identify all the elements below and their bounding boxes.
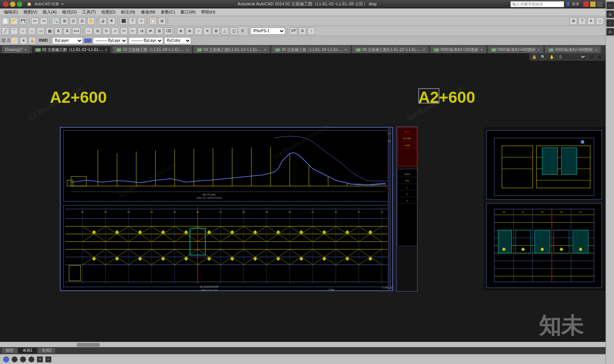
rotate-btn[interactable]: ↻ — [102, 27, 110, 35]
mirror-btn[interactable]: ⇌ — [147, 27, 154, 35]
drawing1-tab[interactable]: Drawing1* ✕ — [2, 46, 31, 53]
osnap-icon[interactable]: ⊕ — [37, 356, 43, 362]
doc-tab-rwd1-close[interactable]: ✕ — [480, 48, 483, 52]
pan-btn[interactable]: ✋ — [87, 17, 95, 25]
doc-tab-03-close[interactable]: ✕ — [186, 48, 189, 52]
profile-dropdown-label[interactable]: AutoCAD 经典 — [35, 2, 59, 7]
extend-btn[interactable]: ⊢ — [129, 27, 137, 35]
doc-tab-04[interactable]: 10 04 立面施工图(L1-EL-12~L1-EL-... ✕ — [193, 46, 271, 53]
snap3-btn[interactable]: ○ — [195, 27, 202, 35]
copy-btn[interactable]: ⧉ — [94, 27, 101, 35]
dim-btn[interactable]: ⟺ — [72, 27, 81, 35]
layout1-tab[interactable]: 布局1 — [18, 348, 37, 354]
snap6-btn[interactable]: △ — [221, 27, 229, 35]
doc-tab-rwd2[interactable]: 10 RWD标准A2+600图框 ✕ — [487, 46, 544, 53]
menu-tools[interactable]: 工具(T) — [80, 9, 98, 15]
arc-btn[interactable]: ⌓ — [28, 27, 36, 35]
vp-nav-btn[interactable]: ▶ — [596, 53, 604, 61]
menu-params[interactable]: 参数(C) — [158, 9, 177, 15]
doc-tab-02[interactable]: 10 02 立面施工图（L1-EL-01~L1-EL-... ✕ — [31, 46, 111, 53]
restore-btn[interactable] — [590, 2, 596, 7]
update-scale-btn[interactable]: ↑ — [307, 27, 315, 35]
profile-dropdown-arrow[interactable]: ▼ — [61, 2, 64, 6]
zoom-window-btn[interactable]: ⊡ — [69, 17, 77, 25]
doc-tab-rwd2-close[interactable]: ✕ — [537, 48, 540, 52]
drawing1-close[interactable]: ✕ — [24, 48, 27, 52]
snap4-btn[interactable]: ✕ — [203, 27, 211, 35]
doc-tab-03[interactable]: 10 03 立面施工图（L1-EL-09~L1-EL-... ✕ — [112, 46, 192, 53]
zoom-pan-btn[interactable]: 🔍 — [52, 17, 59, 25]
scale-btn[interactable]: ⤢ — [111, 27, 119, 35]
help-toolbar-btn[interactable]: ? — [578, 17, 586, 25]
zoom-extents-btn[interactable]: ⊞ — [61, 17, 68, 25]
mtext-btn[interactable]: A — [63, 27, 71, 35]
ortho-indicator[interactable] — [20, 356, 26, 362]
menu-annotate[interactable]: 标注(N) — [119, 9, 137, 15]
vp-btn-4[interactable]: ⚙ — [606, 28, 614, 36]
linetype-select[interactable]: ——— ByLayer — [93, 37, 127, 44]
lineweight-select[interactable]: ——— ByLayer — [129, 37, 163, 44]
close-window-btn[interactable] — [583, 2, 589, 7]
array-btn[interactable]: ⊞ — [155, 27, 163, 35]
color-swatch[interactable] — [84, 38, 92, 43]
workspace-btn[interactable]: ⚙ — [569, 17, 577, 25]
save-btn[interactable]: 💾 — [19, 17, 27, 25]
scrollbar-thumb[interactable] — [77, 343, 100, 347]
move-btn[interactable]: ↔ — [85, 27, 92, 35]
doc-tab-02-close[interactable]: ✕ — [105, 48, 108, 52]
layer-lock-btn[interactable]: 🔓 — [28, 37, 36, 44]
layer-toggle-btn[interactable]: ⚡ — [11, 37, 18, 44]
new-file-btn[interactable]: 📄 — [2, 17, 9, 25]
anno-vis-btn[interactable]: A — [299, 27, 306, 35]
doc-tab-05[interactable]: 10 05 立面施工图（L1-EL-19~L1-EL-... ✕ — [271, 46, 351, 53]
offset-btn[interactable]: ⇉ — [138, 27, 145, 35]
menu-help[interactable]: 帮助(H) — [199, 9, 218, 15]
horizontal-scrollbar[interactable] — [0, 342, 606, 347]
vp-scale-select[interactable]: 0 — [557, 53, 586, 60]
polar-indicator[interactable] — [28, 356, 35, 362]
erase-btn[interactable]: ⌫ — [164, 27, 173, 35]
snap-btn[interactable]: ⊕ — [177, 27, 185, 35]
restore-btn-tr[interactable]: □ — [596, 17, 604, 25]
hatch-btn[interactable]: ▦ — [46, 27, 53, 35]
match-prop-btn[interactable]: ⬛ — [120, 17, 127, 25]
doc-tab-06-close[interactable]: ✕ — [423, 48, 426, 52]
search-input[interactable] — [510, 1, 564, 7]
maximize-btn[interactable] — [17, 2, 22, 7]
rect-btn[interactable]: ▭ — [37, 27, 45, 35]
menu-view[interactable]: 视图(V) — [21, 9, 40, 15]
layout2-tab[interactable]: 布局2 — [38, 348, 56, 354]
drawing-area[interactable]: 知末网www.znzmo.com 知末网www.znzmo.com 知末网www… — [0, 61, 614, 347]
snap-indicator[interactable] — [3, 356, 9, 362]
menu-edit[interactable]: 编辑(E) — [2, 9, 20, 15]
vp-btn-1[interactable]: □ — [606, 2, 614, 9]
menu-modify[interactable]: 修改(M) — [139, 9, 158, 15]
layer-mgr-btn[interactable]: ⊞ — [158, 17, 166, 25]
vp-zoom-btn[interactable]: 🔍 — [539, 53, 547, 61]
preview-btn[interactable]: 👁 — [108, 17, 116, 25]
zoom-prev-btn[interactable]: ⊟ — [78, 17, 86, 25]
vp-config-btn[interactable]: ⚙ — [588, 53, 595, 61]
minimize-btn[interactable] — [10, 2, 15, 7]
vp-pan-btn[interactable]: ✋ — [548, 53, 556, 61]
quickcalc-btn[interactable]: = — [137, 17, 145, 25]
vp-scale-btn[interactable]: VP — [289, 27, 297, 35]
properties-btn[interactable]: 📋 — [149, 17, 157, 25]
text-btn[interactable]: A — [54, 27, 62, 35]
doc-tab-rwd1[interactable]: 10 RWD标准A2+200图框 ✕ — [430, 46, 486, 53]
minimize-window-btn[interactable] — [597, 2, 602, 7]
doc-tab-05-close[interactable]: ✕ — [344, 48, 347, 52]
plotstyle-select[interactable]: ByColor — [164, 37, 191, 44]
menu-format[interactable]: 格式(O) — [60, 9, 79, 15]
redo-btn[interactable]: ↪ — [40, 17, 48, 25]
sign-in-btn[interactable]: 登录 — [572, 2, 579, 7]
plot-btn[interactable]: 🖨 — [99, 17, 107, 25]
circle-btn[interactable]: ○ — [19, 27, 27, 35]
layer-freeze-btn[interactable]: ☀ — [20, 37, 27, 44]
otrack-icon[interactable]: ∞ — [45, 356, 51, 362]
doc-tab-04-close[interactable]: ✕ — [264, 48, 267, 52]
vp-btn-2[interactable]: ⊞ — [606, 10, 614, 18]
open-file-btn[interactable]: 📂 — [10, 17, 18, 25]
menu-window[interactable]: 窗口(W) — [178, 9, 198, 15]
vp-btn-3[interactable]: ↕ — [606, 19, 614, 27]
